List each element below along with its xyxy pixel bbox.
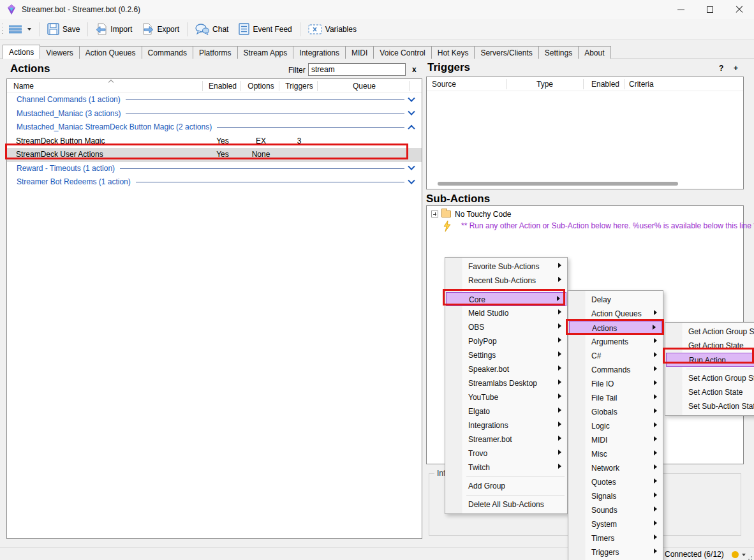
- menu-item-label: Set Sub-Action State: [688, 402, 754, 411]
- menu-item-system[interactable]: System: [568, 517, 663, 531]
- menu-item-network[interactable]: Network: [568, 461, 663, 475]
- menu-item-label: Add Group: [468, 482, 505, 490]
- resize-grip[interactable]: [751, 556, 752, 557]
- event-feed-button[interactable]: Event Feed: [234, 21, 296, 37]
- menu-item-twitch[interactable]: Twitch: [445, 461, 567, 475]
- menu-item-set-sub-action-state[interactable]: Set Sub-Action State: [665, 399, 754, 413]
- chevron-down-icon[interactable]: [408, 163, 415, 170]
- menu-item-obs[interactable]: OBS: [445, 320, 567, 334]
- tab-hot-keys[interactable]: Hot Keys: [431, 46, 475, 59]
- chevron-down-icon[interactable]: [408, 177, 415, 184]
- menu-item-midi[interactable]: MIDI: [568, 433, 663, 447]
- menu-item-favorite-sub-actions[interactable]: Favorite Sub-Actions: [445, 260, 567, 274]
- tab-settings[interactable]: Settings: [538, 46, 579, 59]
- variables-button[interactable]: Variables: [304, 22, 361, 36]
- menu-item-get-action-state[interactable]: Get Action State: [665, 339, 754, 353]
- column-header-source[interactable]: Source: [432, 80, 456, 89]
- menu-item-meld-studio[interactable]: Meld Studio: [445, 306, 567, 320]
- menu-item-quotes[interactable]: Quotes: [568, 475, 663, 489]
- filter-clear-button[interactable]: x: [412, 65, 417, 74]
- chevron-down-icon[interactable]: [408, 94, 415, 101]
- connection-caret-icon[interactable]: [742, 554, 746, 556]
- menu-item-get-action-group-st[interactable]: Get Action Group St: [665, 325, 754, 339]
- menu-item-integrations[interactable]: Integrations: [445, 418, 567, 432]
- tab-viewers[interactable]: Viewers: [40, 46, 79, 59]
- horizontal-scrollbar[interactable]: [438, 182, 678, 186]
- menu-item-streamer-bot[interactable]: Streamer.bot: [445, 432, 567, 446]
- triggers-add-button[interactable]: +: [734, 64, 738, 73]
- action-group-row-mustached-maniac-3-actions[interactable]: Mustached_Maniac (3 actions): [7, 107, 422, 121]
- column-header-options[interactable]: Options: [244, 82, 277, 91]
- menu-item-actions[interactable]: Actions: [569, 321, 662, 335]
- menu-item-sounds[interactable]: Sounds: [568, 503, 663, 517]
- chat-button[interactable]: Chat: [191, 22, 233, 37]
- menu-item-recent-sub-actions[interactable]: Recent Sub-Actions: [445, 274, 567, 288]
- import-button[interactable]: Import: [91, 21, 137, 37]
- tab-voice-control[interactable]: Voice Control: [373, 46, 431, 59]
- menu-item-set-action-group-sta[interactable]: Set Action Group Sta: [665, 371, 754, 385]
- menu-item-add-group[interactable]: Add Group: [445, 479, 567, 493]
- tab-actions[interactable]: Actions: [3, 45, 40, 59]
- action-group-row-streamer-bot-redeems-1-action[interactable]: Streamer Bot Redeems (1 action): [7, 175, 422, 189]
- export-button[interactable]: Export: [138, 21, 184, 37]
- menu-item-signals[interactable]: Signals: [568, 489, 663, 503]
- tab-stream-apps[interactable]: Stream Apps: [237, 46, 294, 59]
- action-row-streamdeck-button-magic[interactable]: StreamDeck Button MagicYesEX3: [7, 135, 422, 149]
- toolbar-grip[interactable]: [1, 22, 4, 36]
- column-header-enabled[interactable]: Enabled: [588, 80, 623, 89]
- action-group-row-mustached-maniac-streamdeck-button-magic-2-actions[interactable]: Mustached_Maniac StreamDeck Button Magic…: [7, 121, 422, 135]
- chevron-up-icon[interactable]: [408, 125, 415, 132]
- close-button[interactable]: [725, 0, 754, 19]
- tab-servers-clients[interactable]: Servers/Clients: [474, 46, 538, 59]
- actions-panel-title: Actions: [10, 63, 50, 75]
- maximize-button[interactable]: [695, 0, 725, 19]
- menu-item-file-tail[interactable]: File Tail: [568, 391, 663, 405]
- filter-input[interactable]: [308, 63, 406, 76]
- menu-item-misc[interactable]: Misc: [568, 447, 663, 461]
- tree-expand-icon[interactable]: [431, 210, 438, 217]
- menu-item-settings[interactable]: Settings: [445, 348, 567, 362]
- menu-item-delete-all-sub-actions[interactable]: Delete All Sub-Actions: [445, 497, 567, 512]
- menu-item-triggers[interactable]: Triggers: [568, 545, 663, 559]
- triggers-help-button[interactable]: ?: [719, 64, 723, 73]
- menu-item-globals[interactable]: Globals: [568, 405, 663, 419]
- column-header-name[interactable]: Name: [13, 82, 34, 91]
- menu-item-action-queues[interactable]: Action Queues: [568, 307, 663, 321]
- action-group-row-reward-timeouts-1-action[interactable]: Reward - Timeouts (1 action): [7, 162, 422, 176]
- column-header-enabled[interactable]: Enabled: [206, 82, 239, 91]
- column-header-triggers[interactable]: Triggers: [283, 82, 316, 91]
- tab-about[interactable]: About: [578, 46, 610, 59]
- menu-item-polypop[interactable]: PolyPop: [445, 334, 567, 348]
- chevron-down-icon[interactable]: [408, 108, 415, 115]
- column-header-criteria[interactable]: Criteria: [629, 80, 654, 89]
- menu-item-elgato[interactable]: Elgato: [445, 404, 567, 418]
- menu-item-delay[interactable]: Delay: [568, 293, 663, 307]
- menu-item-logic[interactable]: Logic: [568, 419, 663, 433]
- minimize-button[interactable]: [666, 0, 695, 19]
- menu-item-label: Set Action State: [688, 388, 743, 397]
- tab-platforms[interactable]: Platforms: [193, 46, 238, 59]
- column-header-type[interactable]: Type: [516, 80, 573, 89]
- menu-item-youtube[interactable]: YouTube: [445, 390, 567, 404]
- menu-item-speaker-bot[interactable]: Speaker.bot: [445, 362, 567, 376]
- column-header-queue[interactable]: Queue: [326, 82, 403, 91]
- main-menu-button[interactable]: [4, 23, 36, 36]
- menu-item-set-action-state[interactable]: Set Action State: [665, 385, 754, 399]
- action-row-streamdeck-user-actions[interactable]: StreamDeck User ActionsYesNone: [7, 148, 422, 162]
- menu-item-c[interactable]: C#: [568, 349, 663, 363]
- menu-item-streamlabs-desktop[interactable]: Streamlabs Desktop: [445, 376, 567, 390]
- menu-item-core[interactable]: Core: [446, 292, 566, 306]
- tab-integrations[interactable]: Integrations: [293, 46, 346, 59]
- tab-midi[interactable]: MIDI: [345, 46, 374, 59]
- tab-commands[interactable]: Commands: [142, 46, 193, 59]
- menu-item-file-io[interactable]: File IO: [568, 377, 663, 391]
- menu-item-trovo[interactable]: Trovo: [445, 446, 567, 461]
- connection-status[interactable]: Connected (6/12): [665, 550, 724, 559]
- menu-item-arguments[interactable]: Arguments: [568, 335, 663, 349]
- action-group-row-channel-commands-1-action[interactable]: Channel Commands (1 action): [7, 93, 422, 107]
- save-button[interactable]: Save: [43, 21, 84, 37]
- tab-action-queues[interactable]: Action Queues: [79, 46, 142, 59]
- menu-item-run-action[interactable]: Run Action: [666, 353, 754, 367]
- menu-item-timers[interactable]: Timers: [568, 531, 663, 545]
- menu-item-commands[interactable]: Commands: [568, 363, 663, 377]
